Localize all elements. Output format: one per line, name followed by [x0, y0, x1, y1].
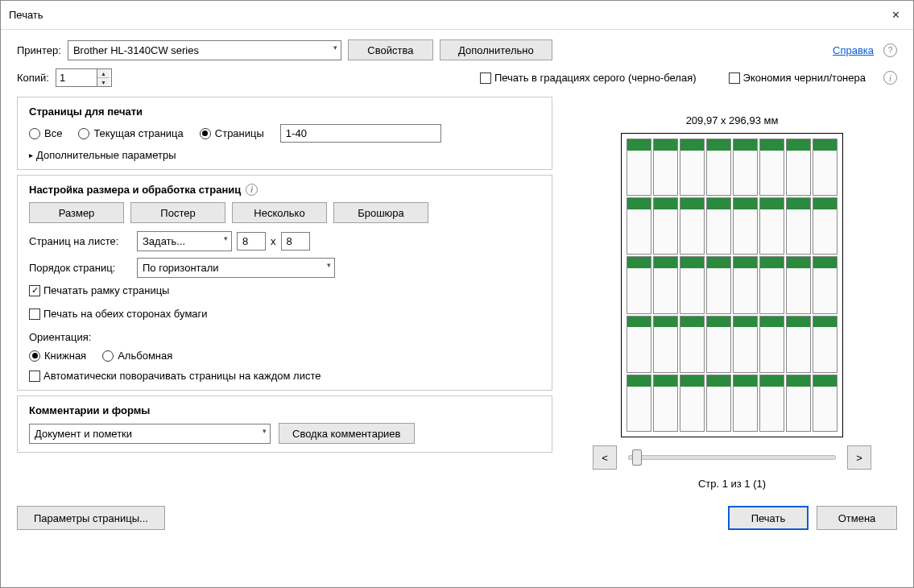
preview-thumb — [759, 197, 784, 255]
preview-thumb — [813, 375, 837, 432]
per-sheet-label: Страниц на листе: — [29, 235, 132, 247]
print-border-checkbox[interactable]: ✓ Печатать рамку страницы — [29, 284, 540, 296]
more-options-label: Дополнительные параметры — [36, 149, 176, 161]
preview-thumb — [653, 316, 678, 373]
comments-select[interactable]: Документ и пометки ▾ — [29, 424, 271, 444]
checkbox-icon — [480, 72, 491, 84]
preview-thumb — [653, 139, 678, 196]
chevron-down-icon: ▾ — [263, 427, 267, 435]
preview-thumb — [813, 316, 837, 373]
ink-save-checkbox[interactable]: Экономия чернил/тонера — [729, 72, 866, 84]
copies-spinner[interactable]: ▲ ▼ — [56, 68, 112, 87]
radio-pages[interactable]: Страницы — [200, 127, 264, 139]
rows-input[interactable] — [281, 232, 310, 251]
close-icon[interactable]: ✕ — [887, 7, 905, 23]
title-bar: Печать ✕ — [1, 1, 913, 30]
radio-icon — [29, 128, 40, 139]
preview-thumb — [706, 316, 731, 373]
radio-icon — [29, 350, 40, 362]
preview-thumb — [759, 316, 784, 373]
page-order-value: По горизонтали — [143, 262, 218, 274]
cancel-button[interactable]: Отмена — [817, 506, 897, 530]
spinner-up-icon[interactable]: ▲ — [97, 69, 110, 78]
preview-thumb — [706, 375, 731, 432]
info-icon[interactable]: i — [246, 184, 258, 196]
preview-thumb — [759, 256, 784, 313]
printer-select-value: Brother HL-3140CW series — [73, 44, 199, 56]
page-setup-button[interactable]: Параметры страницы... — [17, 506, 165, 530]
preview-thumb — [706, 139, 731, 196]
preview-thumb — [813, 139, 837, 196]
copies-input[interactable] — [56, 69, 97, 86]
portrait-label: Книжная — [44, 350, 86, 362]
multiple-tab-button[interactable]: Несколько — [232, 202, 327, 223]
page-order-select[interactable]: По горизонтали ▾ — [137, 258, 335, 278]
help-link[interactable]: Справка — [833, 44, 874, 56]
summarize-comments-button[interactable]: Сводка комментариев — [279, 423, 415, 444]
page-handling-panel: Настройка размера и обработка страниц i … — [17, 175, 552, 391]
preview-thumb — [786, 375, 811, 432]
preview-thumb — [733, 139, 758, 196]
orientation-label: Ориентация: — [29, 331, 540, 343]
preview-thumb — [653, 256, 678, 313]
pages-to-print-panel: Страницы для печати Все Текущая страница… — [17, 97, 552, 170]
grayscale-label: Печать в градациях серого (черно-белая) — [494, 72, 697, 84]
advanced-button[interactable]: Дополнительно — [440, 39, 552, 60]
radio-icon — [200, 128, 211, 139]
preview-thumb — [627, 375, 651, 432]
preview-thumb — [759, 139, 784, 196]
preview-thumb — [680, 197, 705, 255]
chevron-down-icon: ▾ — [327, 261, 331, 269]
info-icon[interactable]: i — [883, 71, 897, 85]
preview-thumb — [786, 316, 811, 373]
help-icon[interactable]: ? — [883, 43, 897, 57]
preview-thumb — [813, 256, 837, 313]
printer-select[interactable]: Brother HL-3140CW series ▾ — [68, 40, 341, 60]
radio-portrait[interactable]: Книжная — [29, 350, 86, 362]
ink-save-label: Экономия чернил/тонера — [743, 72, 866, 84]
radio-landscape[interactable]: Альбомная — [102, 350, 172, 362]
auto-rotate-checkbox[interactable]: Автоматически поворачивать страницы на к… — [29, 370, 540, 382]
per-sheet-value: Задать... — [143, 235, 185, 247]
preview-thumb — [627, 316, 651, 373]
preview-slider[interactable] — [628, 455, 836, 460]
cols-input[interactable] — [237, 232, 266, 251]
preview-thumb — [680, 375, 705, 432]
preview-thumb — [733, 316, 758, 373]
x-label: x — [271, 235, 276, 247]
radio-current[interactable]: Текущая страница — [78, 127, 183, 139]
grayscale-checkbox[interactable]: Печать в градациях серого (черно-белая) — [480, 72, 697, 84]
page-order-label: Порядок страниц: — [29, 262, 132, 274]
preview-thumb — [680, 316, 705, 373]
printer-label: Принтер: — [17, 44, 61, 56]
preview-thumb — [706, 197, 731, 255]
more-options-toggle[interactable]: ▸ Дополнительные параметры — [29, 149, 540, 161]
panel-title: Настройка размера и обработка страниц — [29, 184, 241, 196]
size-tab-button[interactable]: Размер — [29, 202, 124, 223]
print-button[interactable]: Печать — [728, 506, 809, 530]
slider-thumb[interactable] — [632, 449, 642, 466]
booklet-tab-button[interactable]: Брошюра — [333, 202, 428, 223]
preview-thumb — [759, 375, 784, 432]
poster-tab-button[interactable]: Постер — [130, 202, 225, 223]
radio-all-label: Все — [44, 127, 62, 139]
properties-button[interactable]: Свойства — [348, 39, 433, 60]
duplex-checkbox[interactable]: Печать на обеих сторонах бумаги — [29, 308, 540, 320]
preview-thumb — [813, 197, 837, 255]
duplex-label: Печать на обеих сторонах бумаги — [43, 308, 208, 320]
per-sheet-select[interactable]: Задать... ▾ — [137, 231, 232, 251]
chevron-down-icon: ▾ — [224, 234, 228, 242]
checkbox-icon: ✓ — [29, 285, 40, 296]
spinner-down-icon[interactable]: ▼ — [97, 78, 110, 86]
pages-range-input[interactable] — [280, 124, 441, 143]
radio-icon — [102, 350, 114, 362]
next-page-button[interactable]: > — [847, 445, 871, 470]
preview-thumb — [786, 197, 811, 255]
window-title: Печать — [9, 9, 43, 21]
preview-thumb — [680, 139, 705, 196]
preview-thumb — [706, 256, 731, 313]
preview-thumb — [733, 256, 758, 313]
prev-page-button[interactable]: < — [593, 445, 617, 470]
preview-thumb — [733, 197, 758, 255]
radio-all[interactable]: Все — [29, 127, 62, 139]
